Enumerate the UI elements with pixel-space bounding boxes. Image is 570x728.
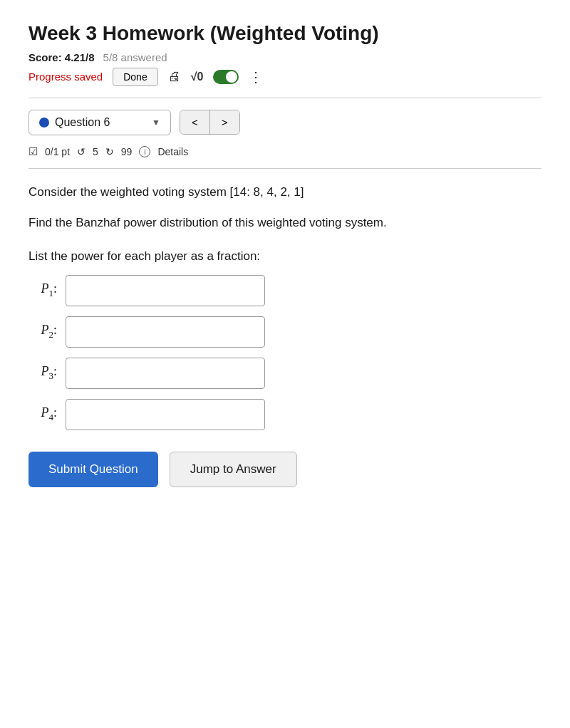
progress-saved-label: Progress saved (28, 71, 103, 83)
info-icon[interactable]: i (139, 146, 150, 157)
player-3-label: P3: (28, 364, 57, 382)
next-question-button[interactable]: > (210, 110, 239, 134)
jump-to-answer-button[interactable]: Jump to Answer (170, 452, 297, 487)
question-dot (39, 118, 49, 128)
action-buttons-row: Submit Question Jump to Answer (28, 452, 542, 487)
score-text: Score: 4.21/8 (28, 51, 95, 63)
more-options-icon[interactable]: ⋮ (249, 68, 262, 85)
question-dropdown[interactable]: Question 6 ▼ (28, 110, 171, 135)
sqrt-icon: √0 (191, 71, 204, 83)
retries-label: 5 (93, 146, 98, 157)
player-1-input[interactable] (66, 275, 265, 306)
player-2-label: P2: (28, 323, 57, 340)
question-text-1: Consider the weighted voting system [14:… (28, 183, 542, 202)
answered-text: 5/8 answered (103, 51, 167, 63)
question-text-2: Find the Banzhaf power distribution of t… (28, 214, 542, 232)
divider-top (28, 98, 542, 98)
player-3-input[interactable] (66, 358, 265, 389)
list-instruction: List the power for each player as a frac… (28, 249, 542, 264)
toggle-container[interactable] (213, 70, 239, 84)
players-form: P1: P2: P3: P4: (28, 275, 542, 430)
checkbox-icon: ☑ (28, 145, 38, 158)
question-nav-row: Question 6 ▼ < > (28, 110, 542, 135)
player-2-input[interactable] (66, 316, 265, 348)
toggle-switch[interactable] (213, 70, 239, 84)
player-4-label: P4: (28, 405, 57, 423)
player-1-label: P1: (28, 281, 57, 299)
print-icon[interactable]: 🖨 (168, 69, 181, 84)
submissions-label: 99 (121, 146, 133, 157)
submit-question-button[interactable]: Submit Question (28, 452, 158, 487)
points-label: 0/1 pt (45, 146, 70, 157)
dropdown-arrow-icon: ▼ (152, 118, 160, 128)
question-number-label: Question 6 (55, 116, 110, 129)
prev-question-button[interactable]: < (180, 110, 210, 134)
player-row-3: P3: (28, 358, 542, 389)
player-row-4: P4: (28, 399, 542, 430)
question-nav-buttons: < > (180, 110, 240, 135)
player-row-2: P2: (28, 316, 542, 348)
divider-content (28, 168, 542, 169)
page-title: Week 3 Homework (Weighted Voting) (28, 21, 542, 46)
retry-icon[interactable]: ↻ (105, 146, 114, 157)
details-link[interactable]: Details (157, 146, 188, 157)
points-row: ☑ 0/1 pt ↺ 5 ↻ 99 i Details (28, 145, 542, 158)
undo-icon[interactable]: ↺ (77, 146, 86, 157)
done-button[interactable]: Done (113, 68, 157, 86)
player-row-1: P1: (28, 275, 542, 306)
player-4-input[interactable] (66, 399, 265, 430)
